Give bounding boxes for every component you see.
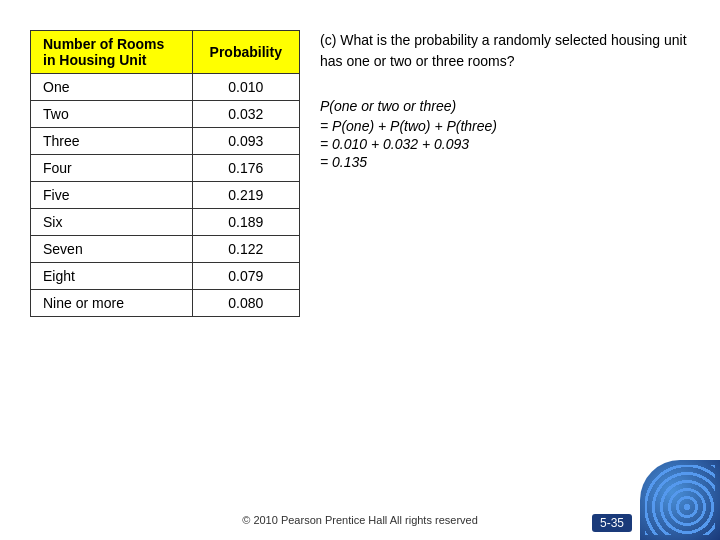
text-section: (c) What is the probability a randomly s…	[320, 30, 700, 317]
table-row: Five0.219	[31, 182, 300, 209]
table-row: Three0.093	[31, 128, 300, 155]
table-row: Four0.176	[31, 155, 300, 182]
table-row: Eight0.079	[31, 263, 300, 290]
table-row: One0.010	[31, 74, 300, 101]
row-label: Seven	[31, 236, 193, 263]
row-label: Nine or more	[31, 290, 193, 317]
row-value: 0.079	[192, 263, 299, 290]
row-value: 0.176	[192, 155, 299, 182]
deco-inner	[645, 465, 715, 535]
probability-table: Number of Roomsin Housing Unit Probabili…	[30, 30, 300, 317]
formula-line: = P(one) + P(two) + P(three)	[320, 118, 700, 134]
table-row: Nine or more0.080	[31, 290, 300, 317]
deco-circle	[640, 460, 720, 540]
slide-number: 5-35	[592, 514, 632, 532]
formula-block: P(one or two or three) = P(one) + P(two)…	[320, 98, 700, 172]
footer-text: © 2010 Pearson Prentice Hall All rights …	[242, 514, 478, 526]
table-row: Six0.189	[31, 209, 300, 236]
formula-line: = 0.010 + 0.032 + 0.093	[320, 136, 700, 152]
row-label: Three	[31, 128, 193, 155]
row-value: 0.080	[192, 290, 299, 317]
table-section: Number of Roomsin Housing Unit Probabili…	[30, 30, 300, 317]
row-value: 0.032	[192, 101, 299, 128]
row-label: Four	[31, 155, 193, 182]
formula-line: = 0.135	[320, 154, 700, 170]
row-label: Eight	[31, 263, 193, 290]
row-label: Five	[31, 182, 193, 209]
col-header-probability: Probability	[192, 31, 299, 74]
row-label: One	[31, 74, 193, 101]
row-value: 0.219	[192, 182, 299, 209]
row-label: Two	[31, 101, 193, 128]
formula-label: P(one or two or three)	[320, 98, 700, 114]
col-header-rooms: Number of Roomsin Housing Unit	[31, 31, 193, 74]
row-label: Six	[31, 209, 193, 236]
table-row: Seven0.122	[31, 236, 300, 263]
row-value: 0.189	[192, 209, 299, 236]
row-value: 0.010	[192, 74, 299, 101]
main-content: Number of Roomsin Housing Unit Probabili…	[0, 0, 720, 337]
table-row: Two0.032	[31, 101, 300, 128]
description-text: (c) What is the probability a randomly s…	[320, 30, 700, 72]
row-value: 0.122	[192, 236, 299, 263]
row-value: 0.093	[192, 128, 299, 155]
